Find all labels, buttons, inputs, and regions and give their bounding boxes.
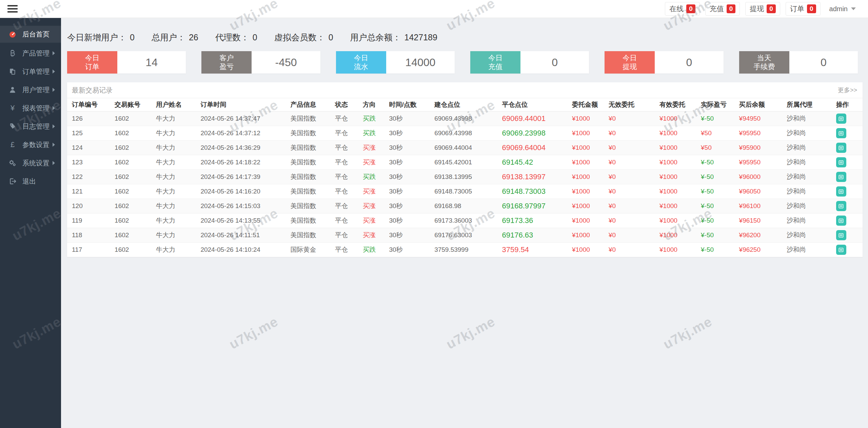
cell-close: 69069.44001 <box>501 111 571 126</box>
cell-period: 30秒 <box>388 228 433 243</box>
cell-direction: 买涨 <box>361 213 388 228</box>
cell-agent: 沙和尚 <box>785 126 834 141</box>
cell-action <box>835 184 863 199</box>
cell-close: 69145.42 <box>501 155 571 170</box>
cell-action <box>835 111 863 126</box>
order-detail-button[interactable] <box>836 245 846 255</box>
cell-amount: ¥1000 <box>571 126 607 141</box>
cell-action <box>835 213 863 228</box>
panel-header: 最新交易记录 更多>> <box>67 82 863 98</box>
cell-profit: ¥-50 <box>699 199 738 213</box>
admin-dropdown[interactable]: admin <box>826 3 859 15</box>
table-row: 1231602牛大力2024-05-26 14:18:22美国指数平仓买涨30秒… <box>67 155 863 170</box>
order-detail-button[interactable] <box>836 201 846 211</box>
cell-profit: ¥-50 <box>699 170 738 184</box>
sidebar-item-label: 产品管理 <box>22 49 50 58</box>
cell-time: 2024-05-26 14:37:12 <box>199 126 289 141</box>
card-customer-pnl: 客户盈亏 -450 <box>201 51 320 74</box>
cell-id: 119 <box>67 213 113 228</box>
sidebar-item-label: 参数设置 <box>22 140 50 149</box>
sidebar-item-label: 用户管理 <box>22 85 50 95</box>
stat-total-balance: 用户总余额：1427189 <box>350 32 437 43</box>
cell-open: 69168.98 <box>433 199 500 213</box>
cell-open: 3759.53999 <box>433 243 500 257</box>
trades-table: 订单编号交易账号用户姓名订单时间产品信息状态方向时间/点数建仓点位平仓点位委托金… <box>67 98 863 257</box>
order-detail-button[interactable] <box>836 143 846 153</box>
cell-agent: 沙和尚 <box>785 213 834 228</box>
cell-product: 美国指数 <box>289 170 334 184</box>
sidebar-item-logout[interactable]: 退出 <box>0 172 61 190</box>
product-icon <box>8 49 17 58</box>
sidebar-item-logs[interactable]: 日志管理 <box>0 117 61 136</box>
card-today-turnover: 今日流水 14000 <box>336 51 455 74</box>
sidebar-item-parameters[interactable]: £ 参数设置 <box>0 136 61 154</box>
cell-id: 120 <box>67 199 113 213</box>
cell-name: 牛大力 <box>155 170 199 184</box>
cell-period: 30秒 <box>388 111 433 126</box>
report-icon: ¥ <box>8 104 17 113</box>
cell-product: 美国指数 <box>289 126 334 141</box>
cell-product: 美国指数 <box>289 199 334 213</box>
order-detail-button[interactable] <box>836 157 846 167</box>
chevron-down-icon <box>851 7 856 10</box>
cell-id: 126 <box>67 111 113 126</box>
column-header: 方向 <box>361 98 388 111</box>
sidebar-item-label: 系统设置 <box>22 159 50 168</box>
cell-profit: ¥50 <box>699 141 738 155</box>
recharge-counter[interactable]: 充值 0 <box>705 2 740 16</box>
more-link[interactable]: 更多>> <box>838 86 857 94</box>
order-detail-button[interactable] <box>836 172 846 182</box>
column-header: 时间/点数 <box>388 98 433 111</box>
sidebar-item-products[interactable]: 产品管理 <box>0 44 61 62</box>
cell-amount: ¥1000 <box>571 199 607 213</box>
chevron-right-icon <box>53 69 55 74</box>
order-detail-button[interactable] <box>836 114 846 124</box>
order-detail-button[interactable] <box>836 216 846 226</box>
sidebar-item-reports[interactable]: ¥ 报表管理 <box>0 99 61 117</box>
menu-toggle-icon[interactable] <box>7 5 18 13</box>
cell-id: 121 <box>67 184 113 199</box>
cell-time: 2024-05-26 14:37:47 <box>199 111 289 126</box>
table-row: 1221602牛大力2024-05-26 14:17:39美国指数平仓买跌30秒… <box>67 170 863 184</box>
cell-balance: ¥96100 <box>738 199 786 213</box>
cell-period: 30秒 <box>388 243 433 257</box>
card-label: 今日流水 <box>336 51 386 74</box>
sidebar-item-users[interactable]: 用户管理 <box>0 81 61 99</box>
table-row: 1241602牛大力2024-05-26 14:36:29美国指数平仓买涨30秒… <box>67 141 863 155</box>
latest-trades-panel: 最新交易记录 更多>> 订单编号交易账号用户姓名订单时间产品信息状态方向时间/点… <box>67 82 863 257</box>
cell-action <box>835 199 863 213</box>
order-counter[interactable]: 订单 0 <box>786 2 821 16</box>
cell-name: 牛大力 <box>155 213 199 228</box>
card-value: 14000 <box>386 51 455 74</box>
cell-account: 1602 <box>113 184 155 199</box>
cell-invalid: ¥0 <box>607 213 658 228</box>
online-counter[interactable]: 在线 0 <box>665 2 700 16</box>
table-row: 1181602牛大力2024-05-26 14:11:51美国指数平仓买涨30秒… <box>67 228 863 243</box>
column-header: 产品信息 <box>289 98 334 111</box>
cell-name: 牛大力 <box>155 199 199 213</box>
cell-amount: ¥1000 <box>571 213 607 228</box>
cell-action <box>835 243 863 257</box>
column-header: 交易账号 <box>113 98 155 111</box>
cell-invalid: ¥0 <box>607 228 658 243</box>
cell-name: 牛大力 <box>155 155 199 170</box>
sidebar-item-label: 后台首页 <box>22 30 50 39</box>
sidebar-item-system[interactable]: 系统设置 <box>0 154 61 172</box>
cell-direction: 买跌 <box>361 126 388 141</box>
order-detail-button[interactable] <box>836 230 846 240</box>
card-value: -450 <box>252 51 320 74</box>
withdraw-counter[interactable]: 提现 0 <box>745 2 780 16</box>
sidebar-item-orders[interactable]: 订单管理 <box>0 62 61 81</box>
cell-direction: 买涨 <box>361 228 388 243</box>
dashboard-icon <box>8 30 17 39</box>
cell-agent: 沙和尚 <box>785 199 834 213</box>
column-header: 状态 <box>334 98 361 111</box>
order-detail-button[interactable] <box>836 128 846 138</box>
cell-open: 69173.36003 <box>433 213 500 228</box>
cell-close: 69069.23998 <box>501 126 571 141</box>
cell-id: 117 <box>67 243 113 257</box>
cell-name: 牛大力 <box>155 141 199 155</box>
sidebar-item-dashboard[interactable]: 后台首页 <box>0 26 61 43</box>
order-detail-button[interactable] <box>836 186 846 197</box>
cell-balance: ¥96200 <box>738 228 786 243</box>
